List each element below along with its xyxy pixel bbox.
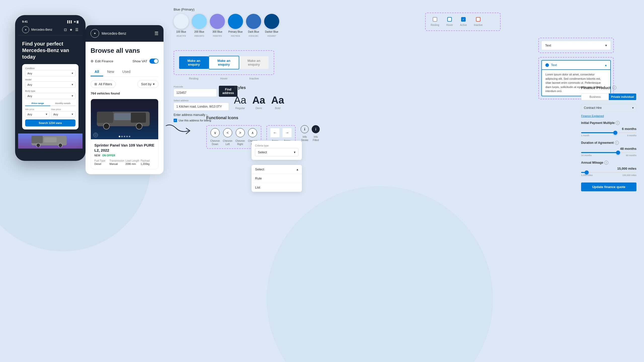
info-icons-group: i InfoStroke i InfoFilled [301, 125, 320, 142]
chevron-left-icon[interactable]: < [223, 128, 232, 137]
duration-info-icon[interactable]: i [615, 141, 619, 145]
checkbox-active: ✓ Active [460, 17, 467, 26]
van-image-container: ⓘ [91, 99, 158, 139]
dropdown-closed-chevron: ▾ [605, 43, 607, 47]
dropdown-open-control[interactable]: Text ▴ [541, 60, 611, 70]
condition-label: Condition [25, 67, 75, 70]
finance-panel: Finance Product i Business Private indiv… [581, 85, 636, 191]
dot-4 [126, 136, 128, 137]
arrow-left-icon[interactable]: ← [270, 128, 279, 137]
star-icon[interactable]: ★ [69, 28, 73, 32]
min-price-field: Min price Any ▾ [25, 108, 50, 117]
contract-hire-dropdown[interactable]: Contract Hire ▾ [581, 104, 636, 112]
cb-hover-box[interactable] [447, 17, 452, 22]
cb-resting-box[interactable] [433, 17, 437, 22]
contract-hire-value: Contract Hire [584, 106, 602, 110]
phone-nav-icons[interactable]: ⊡ ★ ☰ [64, 28, 78, 32]
criteria-option-list[interactable]: List [252, 183, 302, 192]
min-price-label: Min price [25, 108, 50, 111]
sort-by-button[interactable]: Sort by ▾ [137, 80, 158, 88]
phone-search-form[interactable]: Condition Any ▾ Model Any ▾ [22, 64, 78, 129]
criteria-select-closed[interactable]: Select ▾ [255, 148, 298, 156]
btn-make-enquiry-resting[interactable]: Make an enquiry [179, 56, 209, 69]
van-card[interactable]: ⓘ Sprinter Panel Van 109 Van PURE L2, 20… [91, 99, 158, 169]
info-filled-icon[interactable]: i [312, 125, 320, 133]
duration-fill [581, 152, 618, 153]
tab-new[interactable]: New [103, 68, 118, 76]
battery-icon: ▓ [77, 20, 78, 23]
max-price-label: Max price [51, 108, 75, 111]
address-select[interactable]: 1 Kitchen road, London, W13 0TY [174, 103, 229, 111]
font-demi-sample: Aa Demi [252, 95, 265, 110]
all-filters-button[interactable]: ⊞ All Filters [91, 80, 116, 88]
mileage-track [581, 172, 636, 173]
color-circle-300 [210, 14, 225, 29]
spec-transmission: Transmission Manual [109, 159, 124, 165]
finance-title: Finance Product i [581, 85, 636, 90]
model-value: Any [27, 83, 32, 86]
color-circle-200 [192, 14, 207, 29]
phone-search-button[interactable]: Search 1234 vans [25, 119, 75, 126]
swatch-100-blue: 100 Blue #E4E7F9 [174, 14, 189, 37]
toggle-individual[interactable]: Private individual [609, 94, 636, 100]
vat-toggle[interactable] [149, 59, 158, 64]
max-price-input[interactable]: Any ▾ [51, 111, 75, 117]
criteria-select-open[interactable]: Select ▴ [252, 165, 302, 174]
typography-title: Styles [234, 85, 304, 90]
checkbox-resting: Resting [431, 17, 439, 26]
chevron-up-icon[interactable]: ∧ [248, 128, 257, 137]
criteria-open-chevron: ▴ [297, 167, 298, 171]
swatch-300-blue: 300 Blue #8987E5 [210, 14, 225, 37]
color-circle-dark [246, 14, 261, 29]
chevron-right-icon[interactable]: > [236, 128, 245, 137]
filter-tabs[interactable]: All New Used [91, 68, 158, 77]
chevron-down-icon[interactable]: ∨ [211, 128, 220, 137]
tab-price-range[interactable]: Price range [25, 101, 50, 106]
initial-payment-thumb[interactable] [613, 131, 617, 135]
tab-used[interactable]: Used [118, 68, 135, 76]
finance-info-icon[interactable]: i [612, 86, 616, 90]
body-type-input[interactable]: Any ▾ [25, 93, 75, 99]
image-dots [119, 136, 130, 137]
mileage-info-icon[interactable]: i [604, 161, 608, 165]
badge-offer: ON OFFER [102, 154, 115, 157]
browse-title: Browse all vans [91, 47, 158, 55]
condition-input[interactable]: Any ▾ [25, 70, 75, 76]
duration-thumb[interactable] [616, 151, 620, 155]
update-finance-button[interactable]: Update finance quote [581, 183, 636, 191]
dropdown-open-value: Text [545, 63, 557, 67]
model-input[interactable]: Any ▾ [25, 81, 75, 88]
toggle-business[interactable]: Business [581, 94, 609, 100]
dropdown-closed-control[interactable]: Text ▾ [541, 41, 611, 50]
tab-all[interactable]: All [91, 68, 103, 76]
price-tabs[interactable]: Price range Monthly rentals [25, 101, 75, 106]
van-info-icon[interactable]: ⓘ [93, 133, 98, 137]
svg-rect-6 [97, 112, 113, 123]
spec-load: Load Length 2096 mm [125, 159, 139, 165]
arrow-right-icon[interactable]: → [283, 128, 292, 137]
mileage-thumb[interactable] [585, 170, 589, 174]
criteria-box-open: Select ▴ Rule List [252, 165, 302, 192]
criteria-option-rule[interactable]: Rule [252, 174, 302, 183]
dot-1 [119, 136, 120, 137]
menu-icon[interactable]: ☰ [75, 28, 78, 32]
postcode-input[interactable] [174, 89, 217, 97]
model-label: Model [25, 78, 75, 81]
tab-monthly-rentals[interactable]: Monthly rentals [50, 101, 75, 106]
info-stroke-icon[interactable]: i [301, 125, 309, 133]
min-price-input[interactable]: Any ▾ [25, 111, 50, 117]
bookmark-icon[interactable]: ⊡ [64, 28, 67, 32]
initial-payment-title: Initial Payment Multiple i [581, 121, 636, 125]
icons-title: Functional Icons [206, 116, 307, 120]
body-type-chevron: ▾ [72, 94, 73, 98]
cb-active-box[interactable]: ✓ [461, 17, 466, 22]
btn-make-enquiry-hover[interactable]: Make an enquiry [209, 56, 239, 69]
van-card-svg [94, 107, 155, 132]
browse-hamburger-icon[interactable]: ☰ [154, 31, 158, 36]
finance-explained-link[interactable]: Finance Explained [581, 114, 636, 117]
vehicles-count: 764 vehicles found [91, 92, 158, 95]
initial-info-icon[interactable]: i [616, 121, 620, 125]
cb-inactive-box [476, 17, 480, 22]
checkbox-row: Resting Hover ✓ Active Inactive [431, 17, 495, 26]
edit-finance-button[interactable]: ⚙ Edit Finance [91, 59, 113, 63]
